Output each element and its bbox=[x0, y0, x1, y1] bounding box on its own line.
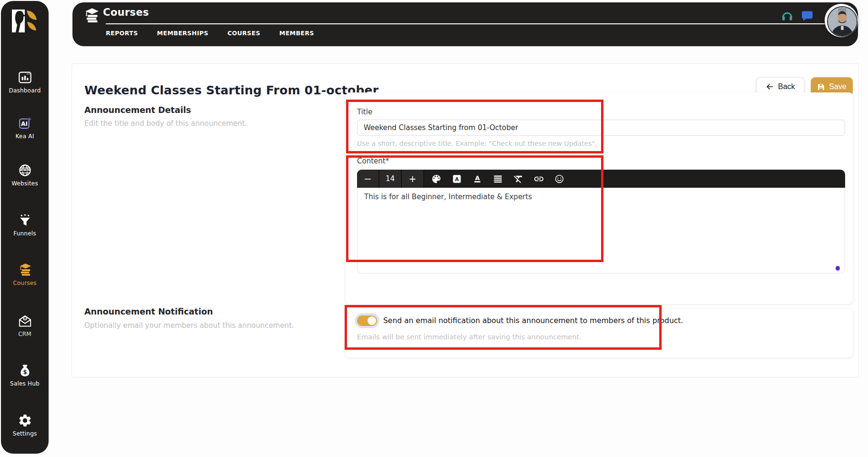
svg-text:$: $ bbox=[23, 369, 27, 376]
tab-courses[interactable]: COURSES bbox=[227, 30, 260, 37]
kea-ai-icon: AI bbox=[18, 116, 32, 131]
highlight-color-icon[interactable]: A bbox=[451, 173, 462, 184]
align-justify-icon[interactable] bbox=[492, 173, 503, 184]
header-tabs: REPORTS MEMBERSHIPS COURSES MEMBERS bbox=[106, 30, 314, 37]
link-icon[interactable] bbox=[533, 173, 544, 184]
page-title: Weekend Classes Starting From 01-october bbox=[84, 83, 378, 97]
sidebar-item-label: Websites bbox=[1, 180, 49, 187]
sidebar-item-websites[interactable]: WWW Websites bbox=[1, 163, 49, 187]
sidebar-item-label: Funnels bbox=[1, 230, 49, 237]
text-color-icon[interactable]: A bbox=[472, 173, 483, 184]
notification-help-text: Emails will be sent immediately after sa… bbox=[357, 333, 582, 341]
sidebar-item-crm[interactable]: CRM bbox=[1, 314, 49, 337]
sidebar-item-label: Sales Hub bbox=[1, 380, 49, 387]
svg-text:A: A bbox=[455, 176, 459, 182]
editor-resize-dot bbox=[836, 266, 840, 271]
courses-icon bbox=[18, 263, 32, 277]
announcement-edit-card: Weekend Classes Starting From 01-october… bbox=[71, 63, 859, 377]
chat-icon[interactable] bbox=[801, 10, 814, 22]
svg-text:AI: AI bbox=[20, 121, 27, 127]
crm-icon bbox=[18, 314, 32, 328]
title-input[interactable] bbox=[357, 120, 845, 136]
editor-toolbar: − 14 + A A bbox=[357, 170, 845, 188]
sidebar-item-settings[interactable]: Settings bbox=[1, 413, 49, 437]
kea-logo[interactable] bbox=[10, 8, 40, 35]
content-field-label: Content* bbox=[357, 157, 389, 165]
back-arrow-icon bbox=[766, 82, 774, 91]
emoji-icon[interactable] bbox=[554, 173, 565, 184]
sidebar-item-label: Dashboard bbox=[1, 87, 49, 94]
top-header: Courses REPORTS MEMBERSHIPS COURSES MEMB… bbox=[72, 2, 858, 46]
sidebar-item-dashboard[interactable]: Dashboard bbox=[1, 70, 49, 94]
font-size-decrease-button[interactable]: − bbox=[357, 170, 379, 188]
sidebar-item-courses[interactable]: Courses bbox=[1, 263, 49, 286]
avatar-photo bbox=[827, 6, 858, 37]
clear-format-icon[interactable] bbox=[513, 173, 524, 184]
svg-text:WWW: WWW bbox=[19, 168, 31, 172]
back-button-label: Back bbox=[778, 82, 795, 91]
title-help-text: Use a short, descriptive title. Example:… bbox=[357, 140, 597, 147]
sales-hub-icon: $ bbox=[18, 363, 32, 378]
email-notification-row: Send an email notification about this an… bbox=[357, 315, 683, 326]
sidebar-item-sales-hub[interactable]: $ Sales Hub bbox=[1, 363, 49, 387]
funnels-icon bbox=[18, 213, 32, 228]
notification-section-heading: Announcement Notification bbox=[84, 307, 213, 316]
header-title: Courses bbox=[103, 7, 149, 18]
sidebar-item-label: Settings bbox=[1, 430, 49, 437]
email-notification-label: Send an email notification about this an… bbox=[383, 316, 683, 325]
tab-members[interactable]: MEMBERS bbox=[279, 30, 314, 37]
email-notification-toggle[interactable] bbox=[357, 315, 377, 326]
svg-text:A: A bbox=[475, 174, 480, 181]
headset-icon[interactable] bbox=[781, 10, 794, 22]
sidebar-item-label: CRM bbox=[1, 331, 49, 337]
editor-content-text: This is for all Beginner, Intermediate &… bbox=[364, 193, 532, 201]
content-editor[interactable]: This is for all Beginner, Intermediate &… bbox=[357, 188, 845, 274]
sidebar-item-kea-ai[interactable]: AI Kea AI bbox=[1, 116, 49, 140]
notification-section-description: Optionally email your members about this… bbox=[84, 321, 294, 330]
font-size-value: 14 bbox=[379, 170, 402, 188]
sidebar-item-label: Courses bbox=[1, 280, 49, 286]
save-icon bbox=[817, 83, 825, 91]
tab-memberships[interactable]: MEMBERSHIPS bbox=[157, 30, 208, 37]
sidebar: Dashboard AI Kea AI WWW Websites Funnels bbox=[1, 1, 49, 454]
dashboard-icon bbox=[18, 70, 32, 85]
settings-icon bbox=[18, 413, 32, 428]
user-avatar[interactable] bbox=[825, 4, 858, 37]
title-field-label: Title bbox=[357, 108, 372, 116]
tab-reports[interactable]: REPORTS bbox=[106, 30, 138, 37]
header-divider bbox=[106, 23, 825, 24]
courses-header-icon bbox=[83, 8, 100, 24]
sidebar-item-funnels[interactable]: Funnels bbox=[1, 213, 49, 237]
toggle-knob bbox=[368, 316, 376, 325]
sidebar-item-label: Kea AI bbox=[1, 133, 49, 140]
details-section-description: Edit the title and body of this announce… bbox=[84, 119, 247, 128]
details-section-heading: Announcement Details bbox=[84, 105, 191, 115]
palette-icon[interactable] bbox=[431, 173, 442, 184]
save-button-label: Save bbox=[829, 82, 846, 91]
font-size-increase-button[interactable]: + bbox=[402, 170, 424, 188]
websites-icon: WWW bbox=[18, 163, 32, 178]
